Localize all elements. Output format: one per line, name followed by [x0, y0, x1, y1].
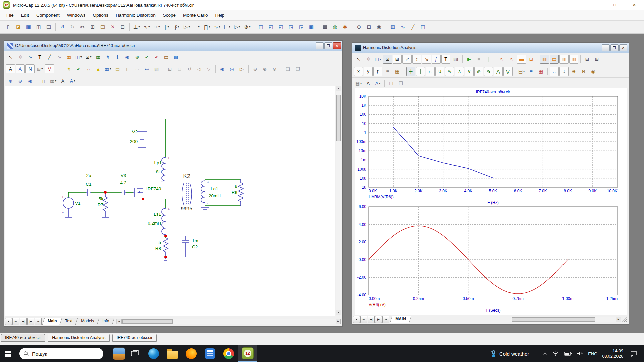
send-back-icon[interactable]: ❐	[396, 79, 406, 88]
doc-tab-analysis[interactable]: Harmonic Distortion Analysis	[48, 334, 110, 342]
mosfet-component-icon[interactable]: ⊢▾	[222, 22, 232, 32]
wave-tool-icon[interactable]: ∿	[445, 67, 454, 76]
circuit-window-titlebar[interactable]: C:\Users\user\Desktop\MC12\АаНова папка\…	[4, 41, 342, 51]
component-mosfet-irf740[interactable]: IRF740	[133, 181, 161, 199]
tab-menu-icon[interactable]: ▾	[353, 316, 360, 323]
wire-tool-icon[interactable]: ∿▾	[142, 22, 151, 32]
properties-icon[interactable]: ▧	[152, 64, 161, 73]
wifi-icon[interactable]	[552, 351, 559, 356]
line-mode-icon[interactable]: ╱	[45, 52, 54, 61]
flow-link-icon[interactable]: ⊷	[142, 64, 151, 73]
start-button[interactable]	[0, 345, 16, 362]
last-tab-icon[interactable]: ⇥	[382, 316, 389, 323]
stack-up-tool-icon[interactable]: ⋀	[494, 67, 503, 76]
component-v1[interactable]: + - V1	[62, 195, 81, 219]
new-file-icon[interactable]: ▯	[4, 22, 13, 32]
cursor-track-2-icon[interactable]: ╪	[416, 67, 425, 76]
span-arrows-icon[interactable]: ↔	[84, 64, 93, 73]
help-tool-icon[interactable]: ◉	[374, 22, 384, 32]
resistor-component-icon[interactable]: ≋▾	[152, 22, 161, 32]
attribute-text-wave-icon[interactable]: A	[16, 64, 25, 73]
tray-chevron-icon[interactable]	[542, 352, 548, 356]
x-axis-scale-icon[interactable]: x	[354, 67, 363, 76]
rise-tool-icon[interactable]: ∧	[455, 67, 464, 76]
more-circle-icon[interactable]: ⊙	[270, 64, 279, 73]
weather-widget[interactable]: Cold weather	[490, 349, 529, 358]
numeric-output-icon[interactable]: ▦	[536, 67, 545, 76]
analysis-window-titlebar[interactable]: Harmonic Distortion Analysis ─ ❐ ✕	[352, 43, 629, 53]
close-button[interactable]: ✕	[619, 44, 627, 51]
text-mode-icon[interactable]: T	[35, 52, 44, 61]
scroll-right-button[interactable]: ▶	[336, 319, 341, 324]
tile-horizontal-icon[interactable]: ◰	[266, 22, 276, 32]
wire-mode-icon[interactable]: ∿	[25, 52, 35, 61]
font-color-a-icon[interactable]: A▾	[68, 76, 77, 85]
checker-view-icon[interactable]: ▩	[320, 22, 330, 32]
scrollbar-thumb[interactable]	[336, 95, 341, 141]
selection-box-icon[interactable]: ⊡	[165, 64, 174, 73]
resize-grip[interactable]	[622, 317, 627, 322]
delete-icon[interactable]: ✕	[108, 22, 117, 32]
opamp-component-icon[interactable]: ▷▾	[232, 22, 242, 32]
last-tab-icon[interactable]: ⇥	[35, 318, 42, 325]
lightning-run-icon[interactable]: ↯	[103, 52, 112, 61]
point-tag-mode-icon[interactable]: ↘	[422, 55, 431, 64]
page-yellow-1-icon[interactable]: ▤	[113, 64, 122, 73]
format-lines-icon[interactable]: ≡	[383, 67, 392, 76]
link-icon[interactable]: ⊚	[132, 52, 142, 61]
split-horizontal-icon[interactable]: ◳	[286, 22, 296, 32]
print-preview-icon[interactable]: ◫	[34, 22, 43, 32]
component-c1[interactable]: 2u C1	[86, 173, 91, 196]
rotate-icon[interactable]: ↺	[185, 64, 194, 73]
task-view-button[interactable]	[125, 345, 144, 362]
split-vertical-icon[interactable]: ◲	[297, 22, 306, 32]
node-numbers-icon[interactable]: ⊡▾	[84, 52, 93, 61]
go-page-icon[interactable]: ▷	[237, 64, 246, 73]
scroll-up-button[interactable]: ▲	[336, 86, 341, 91]
run-play-icon[interactable]: ▶	[465, 55, 474, 64]
menu-item[interactable]: Options	[89, 11, 112, 20]
component-k2[interactable]: K2 .9995	[179, 173, 192, 212]
peak-tool-icon[interactable]: ∩	[426, 67, 435, 76]
minus-circle-icon[interactable]: ⊖	[251, 64, 260, 73]
battery-component-icon[interactable]: ≡▾	[192, 22, 202, 32]
component-r7[interactable]: 5k R7	[98, 192, 109, 219]
cursor-track-1-icon[interactable]: ┼	[406, 67, 415, 76]
menu-item[interactable]: File	[3, 11, 17, 20]
plot-grid-orange-icon[interactable]: ⊡	[527, 55, 536, 64]
font-color-a-icon[interactable]: A▾	[373, 79, 382, 88]
component-r8[interactable]: 5 R8	[155, 238, 168, 257]
high-low-tool-icon[interactable]: ≷	[474, 67, 483, 76]
node-name-icon[interactable]: N	[25, 64, 35, 73]
save-icon[interactable]: ▣	[24, 22, 33, 32]
sheet-tab-main[interactable]: MAIN	[390, 316, 411, 323]
ground-component-icon[interactable]: ⊥▾	[132, 22, 141, 32]
check-green-icon[interactable]: ✔	[74, 64, 83, 73]
arrange-icons-icon[interactable]: ▣	[307, 22, 316, 32]
zoom-100-icon[interactable]: ◉	[589, 67, 598, 76]
scrollbar-thumb[interactable]	[122, 319, 173, 324]
redo-icon[interactable]: ↻	[68, 22, 77, 32]
close-button[interactable]: ✕	[625, 0, 644, 10]
envelope-tool-icon[interactable]: ≶	[484, 67, 493, 76]
taskbar-app-chrome[interactable]	[219, 345, 238, 362]
component-v3[interactable]: V3 4.2	[120, 173, 127, 197]
pulse-source-component-icon[interactable]: ∏▾	[202, 22, 212, 32]
select-all-icon[interactable]: ⊡	[118, 22, 127, 32]
next-tab-icon[interactable]: ▶	[27, 318, 34, 325]
capacitor-component-icon[interactable]: ∥▾	[162, 22, 171, 32]
search-input[interactable]: Пошук	[19, 348, 103, 359]
pause-icon[interactable]: ∥	[484, 55, 493, 64]
limits-red-1-icon[interactable]: ∿	[497, 55, 506, 64]
tab-menu-icon[interactable]: ▾	[5, 318, 12, 325]
blank-box-icon[interactable]: □	[175, 64, 184, 73]
select-cursor-icon[interactable]: ↖	[354, 55, 363, 64]
zoom-out-icon[interactable]: ⊖	[16, 76, 25, 85]
flip-horizontal-icon[interactable]: ◁	[195, 64, 204, 73]
panel-toggle-icon[interactable]: ⊟	[364, 22, 374, 32]
open-file-icon[interactable]: ◪	[14, 22, 23, 32]
pan-hand-icon[interactable]: ✥	[16, 52, 25, 61]
formula-tag-mode-icon[interactable]: ƒ	[432, 55, 441, 64]
probe-component-icon[interactable]: ⊚▾	[243, 22, 252, 32]
bring-front-icon[interactable]: ❏	[387, 79, 396, 88]
